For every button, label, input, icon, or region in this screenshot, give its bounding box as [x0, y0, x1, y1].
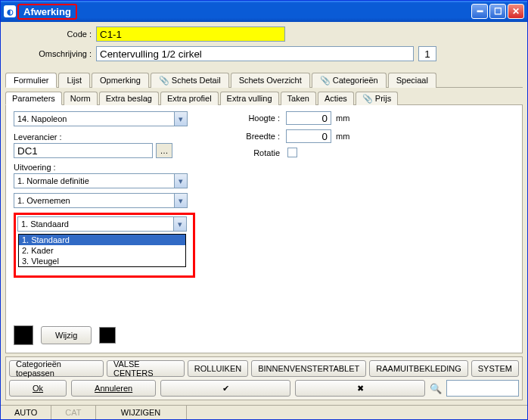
tab-opmerking[interactable]: Opmerking	[92, 73, 149, 88]
tabs-top: Formulier Lijst Opmerking 📎Schets Detail…	[5, 72, 523, 88]
tab-speciaal[interactable]: Speciaal	[388, 73, 436, 88]
parameters-panel: 14. Napoleon ▾ Leverancier : … Uitvoerin…	[5, 105, 523, 353]
code-label: Code :	[5, 30, 96, 39]
uitvoering-combo[interactable]: 1. Normale definitie ▾	[14, 173, 188, 188]
desc-input[interactable]	[96, 46, 414, 61]
leverancier-input[interactable]	[14, 143, 153, 158]
titlebar: ◐ Afwerking ━ ☐ ✕	[1, 1, 527, 22]
leverancier-label: Leverancier :	[14, 132, 195, 142]
minimize-button[interactable]: ━	[471, 4, 488, 19]
tab-schets-detail[interactable]: 📎Schets Detail	[151, 73, 229, 88]
confirm-button[interactable]: ✔	[160, 380, 290, 397]
tab-taken[interactable]: Taken	[281, 92, 316, 105]
color-swatch-secondary[interactable]	[99, 327, 116, 344]
breedte-label: Breedte :	[241, 132, 286, 141]
status-cat: CAT	[51, 406, 95, 419]
chevron-down-icon: ▾	[174, 194, 187, 207]
attach-icon: 📎	[159, 76, 169, 85]
chevron-down-icon: ▾	[174, 174, 187, 188]
chevron-down-icon: ▾	[173, 217, 186, 231]
tabs-sub: Parameters Norm Extra beslag Extra profi…	[5, 91, 523, 105]
uitvoering-label: Uitvoering :	[14, 163, 195, 172]
color-swatch-primary[interactable]	[14, 325, 33, 345]
tab-extra-vulling[interactable]: Extra vulling	[220, 92, 279, 105]
binnenvenstertablet-button[interactable]: BINNENVENSTERTABLET	[251, 360, 366, 377]
tab-schets-overzicht[interactable]: Schets Overzicht	[231, 73, 310, 88]
status-bar: AUTO CAT WIJZIGEN	[1, 405, 527, 419]
tab-norm[interactable]: Norm	[64, 92, 98, 105]
code-input[interactable]	[96, 26, 285, 42]
overnemen-combo[interactable]: 1. Overnemen ▾	[14, 193, 188, 208]
highlighted-dropdown: 1. Standaard ▾ 1. Standaard 2. Kader 3. …	[14, 213, 195, 278]
tab-parameters[interactable]: Parameters	[5, 92, 62, 105]
leverancier-lookup-button[interactable]: …	[156, 143, 172, 158]
cancel-button[interactable]: ✖	[295, 380, 425, 397]
standaard-dropdown-list: 1. Standaard 2. Kader 3. Vleugel	[18, 234, 186, 267]
raamuitbekleding-button[interactable]: RAAMUITBEKLEDING	[369, 360, 467, 377]
annuleren-button[interactable]: Annuleren	[71, 380, 156, 397]
client-area: Code : Omschrijving : Formulier Lijst Op…	[1, 22, 527, 405]
overnemen-value: 1. Overnemen	[17, 196, 70, 205]
attach-icon: 📎	[362, 94, 373, 103]
hoogte-unit: mm	[336, 114, 349, 123]
type-combo[interactable]: 14. Napoleon ▾	[14, 111, 188, 126]
rotatie-checkbox[interactable]	[287, 148, 297, 157]
index-input[interactable]	[418, 46, 436, 61]
valse-centers-button[interactable]: VALSE CENTERS	[107, 360, 185, 377]
cat-toepassen-button[interactable]: Categorieën toepassen	[9, 360, 104, 377]
close-button[interactable]: ✕	[508, 4, 524, 19]
uitvoering-value: 1. Normale definitie	[17, 176, 89, 185]
tab-acties[interactable]: Acties	[318, 92, 354, 105]
tab-extra-beslag[interactable]: Extra beslag	[99, 92, 159, 105]
maximize-button[interactable]: ☐	[489, 4, 506, 19]
app-icon: ◐	[4, 5, 16, 17]
system-button[interactable]: SYSTEM	[471, 360, 519, 377]
bottom-toolbar: Categorieën toepassen VALSE CENTERS ROLL…	[5, 356, 523, 400]
rolluiken-button[interactable]: ROLLUIKEN	[188, 360, 248, 377]
breedte-unit: mm	[336, 132, 349, 141]
type-value: 14. Napoleon	[17, 114, 67, 123]
tab-prijs[interactable]: 📎Prijs	[356, 92, 398, 105]
breedte-input[interactable]	[286, 129, 331, 143]
desc-label: Omschrijving :	[5, 49, 96, 58]
attach-icon: 📎	[320, 76, 331, 85]
tab-formulier[interactable]: Formulier	[5, 73, 57, 88]
dropdown-option[interactable]: 1. Standaard	[19, 235, 185, 245]
search-input[interactable]	[446, 380, 519, 397]
standaard-value: 1. Standaard	[21, 219, 69, 229]
tab-extra-profiel[interactable]: Extra profiel	[160, 92, 219, 105]
ok-button[interactable]: Ok	[9, 380, 67, 397]
window: ◐ Afwerking ━ ☐ ✕ Code : Omschrijving : …	[0, 0, 528, 420]
chevron-down-icon: ▾	[174, 112, 187, 126]
rotatie-label: Rotatie	[241, 148, 286, 157]
tab-lijst[interactable]: Lijst	[58, 73, 90, 88]
status-auto: AUTO	[1, 406, 51, 419]
hoogte-input[interactable]	[286, 111, 331, 125]
hoogte-label: Hoogte :	[241, 114, 286, 123]
dropdown-option[interactable]: 3. Vleugel	[19, 256, 185, 266]
dropdown-option[interactable]: 2. Kader	[19, 245, 185, 256]
status-wijzigen: WIJZIGEN	[96, 406, 187, 419]
binoculars-icon[interactable]: 🔍	[430, 383, 442, 394]
standaard-combo[interactable]: 1. Standaard ▾ 1. Standaard 2. Kader 3. …	[17, 216, 187, 232]
wijzig-button[interactable]: Wijzig	[41, 326, 92, 344]
window-title: Afwerking	[19, 6, 471, 17]
tab-categorieen[interactable]: 📎Categorieën	[312, 73, 387, 88]
